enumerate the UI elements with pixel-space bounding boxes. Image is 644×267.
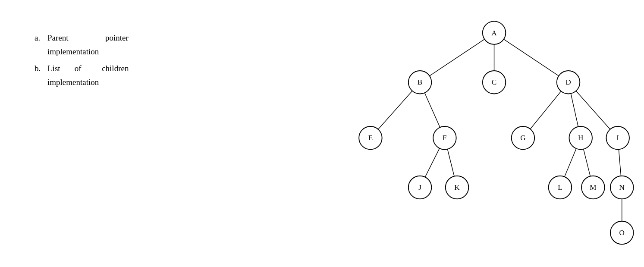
node-label-B: B (418, 78, 422, 86)
node-label-H: H (578, 134, 583, 142)
node-D: D (557, 71, 580, 94)
sub-item-b-content: List of childrenimplementation (47, 62, 259, 90)
text-section: a. Parent pointerimplementation b. List … (17, 13, 267, 254)
node-A: A (483, 21, 506, 44)
edge-A-D (494, 33, 569, 82)
node-J: J (408, 176, 432, 199)
node-M: M (581, 176, 605, 199)
node-H: H (569, 126, 592, 150)
sub-item-a-label: a. (35, 31, 43, 59)
sub-items: a. Parent pointerimplementation b. List … (17, 31, 259, 89)
node-C: C (483, 71, 506, 94)
sub-item-a: a. Parent pointerimplementation (35, 31, 259, 59)
node-N: N (610, 176, 634, 199)
node-label-C: C (492, 78, 496, 86)
node-label-M: M (590, 183, 596, 192)
edge-A-B (420, 33, 494, 82)
node-G: G (512, 126, 535, 150)
question-text (17, 13, 259, 27)
node-label-I: I (616, 134, 619, 142)
node-I: I (606, 126, 629, 150)
node-O: O (610, 221, 634, 245)
node-label-K: K (454, 183, 460, 192)
sub-item-b: b. List of childrenimplementation (35, 62, 259, 90)
node-B: B (408, 71, 432, 94)
node-K: K (446, 176, 469, 199)
node-label-A: A (491, 29, 497, 37)
node-label-D: D (565, 78, 571, 86)
tree-section: ABCDEFGHIJKLMNO (267, 13, 638, 254)
tree-diagram: ABCDEFGHIJKLMNO (267, 13, 638, 259)
node-F: F (433, 126, 456, 150)
node-label-O: O (619, 229, 625, 237)
page-container: a. Parent pointerimplementation b. List … (0, 0, 644, 267)
node-E: E (359, 126, 382, 150)
node-label-E: E (368, 134, 373, 142)
node-label-N: N (619, 183, 625, 192)
sub-item-b-label: b. (35, 62, 43, 90)
node-L: L (549, 176, 572, 199)
node-label-L: L (558, 183, 562, 192)
sub-item-a-content: Parent pointerimplementation (47, 31, 259, 59)
node-label-G: G (520, 134, 525, 142)
node-label-J: J (418, 183, 421, 192)
node-label-F: F (443, 134, 447, 142)
